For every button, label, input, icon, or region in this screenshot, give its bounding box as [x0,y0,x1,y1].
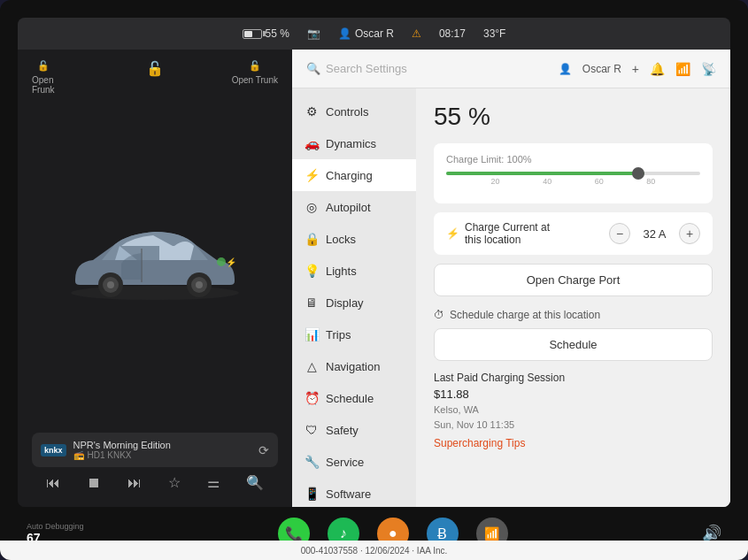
battery-percent: 55 % [266,27,289,40]
settings-body: ⚙ Controls 🚗 Dynamics ⚡ Charging ◎ [292,88,730,507]
status-bar: 55 % 📷 👤 Oscar R ⚠ 08:17 33°F [18,18,730,50]
svg-text:⚡: ⚡ [226,257,237,268]
battery-percent-display: 55 % [434,103,713,131]
last-session: Last Paid Charging Session $11.88 Kelso,… [434,372,713,449]
nav-navigation-label: Navigation [326,360,380,373]
search-placeholder: Search Settings [326,62,407,75]
bluetooth-icon[interactable]: 📶 [675,62,690,76]
current-text: Charge Current atthis location [465,221,550,246]
next-button[interactable]: ⏭ [127,475,142,491]
nav-schedule[interactable]: ⏰ Schedule [292,382,416,414]
music-title: NPR's Morning Edition [73,440,251,450]
header-user-icon: 👤 [559,63,572,75]
last-session-amount: $11.88 [434,387,713,401]
nav-schedule-label: Schedule [326,392,374,405]
nav-service[interactable]: 🔧 Service [292,446,416,478]
schedule-label: ⏱ Schedule charge at this location [434,309,713,321]
add-icon[interactable]: + [632,62,639,76]
charge-limit-section: Charge Limit: 100% 20406080 [434,143,713,203]
charging-icon: ⚡ [305,168,319,182]
favorite-button[interactable]: ☆ [168,474,181,491]
music-subtitle: 📻 HD1 KNKX [73,450,251,460]
current-icon: ⚡ [446,227,459,240]
stop-button[interactable]: ⏹ [87,475,101,491]
supercharging-tips-link[interactable]: Supercharging Tips [434,437,713,449]
nav-software[interactable]: 📱 Software [292,478,416,507]
schedule-icon: ⏰ [305,391,319,405]
music-info: knkx NPR's Morning Edition 📻 HD1 KNKX ⟳ [32,433,278,467]
nav-display-label: Display [326,296,364,310]
temperature: 33°F [483,27,505,40]
prev-button[interactable]: ⏮ [46,475,60,491]
open-charge-port-button[interactable]: Open Charge Port [434,264,713,296]
open-frunk-button[interactable]: 🔓 OpenFrunk [32,60,55,95]
nav-service-label: Service [326,456,364,469]
car-svg: ⚡ [49,204,261,319]
nav-display[interactable]: 🖥 Display [292,287,416,318]
settings-panel: 🔍 Search Settings 👤 Oscar R + 🔔 📶 📡 [292,50,730,507]
nav-dynamics[interactable]: 🚗 Dynamics [292,127,416,159]
signal-icon[interactable]: 📡 [701,62,716,76]
search-music-button[interactable]: 🔍 [246,474,264,491]
nav-controls-label: Controls [326,105,368,119]
schedule-clock-icon: ⏱ [434,309,444,321]
nav-autopilot[interactable]: ◎ Autopilot [292,191,416,223]
vehicle-image: ⚡ [18,102,292,422]
nav-lights-label: Lights [326,265,357,278]
music-more-icon[interactable]: ⟳ [258,443,269,457]
status-user: Oscar R [355,27,394,40]
settings-header: 🔍 Search Settings 👤 Oscar R + 🔔 📶 📡 [292,50,730,88]
nav-locks[interactable]: 🔒 Locks [292,223,416,255]
charge-current-control: − 32 A + [609,223,700,244]
station-badge: knkx [41,444,66,456]
search-icon: 🔍 [306,62,320,75]
last-session-date: Sun, Nov 10 11:35 [434,418,713,433]
alert-icon-status: ⚠ [412,27,421,40]
lights-icon: 💡 [305,264,319,278]
svg-point-6 [196,281,203,288]
bell-icon[interactable]: 🔔 [650,62,665,76]
controls-icon: ⚙ [305,104,319,119]
increase-current-button[interactable]: + [679,223,700,244]
nav-trips[interactable]: 📊 Trips [292,318,416,350]
last-session-location: Kelso, WA [434,403,713,418]
locks-icon: 🔒 [305,232,319,246]
nav-charging-label: Charging [326,169,373,182]
nav-autopilot-label: Autopilot [326,201,371,214]
nav-lights[interactable]: 💡 Lights [292,255,416,287]
navigation-icon: △ [305,359,319,373]
safety-icon: 🛡 [305,423,319,437]
slider-ticks: 20406080 [446,177,700,186]
display-icon: 🖥 [305,295,319,310]
dynamics-icon: 🚗 [305,136,319,150]
charge-limit-label: Charge Limit: 100% [446,154,700,165]
charge-current-row: ⚡ Charge Current atthis location − 32 A … [434,212,713,255]
nav-safety[interactable]: 🛡 Safety [292,414,416,446]
last-session-title: Last Paid Charging Session [434,372,713,384]
nav-navigation[interactable]: △ Navigation [292,350,416,382]
nav-controls[interactable]: ⚙ Controls [292,96,416,127]
schedule-section: ⏱ Schedule charge at this location Sched… [434,309,713,361]
open-trunk-button[interactable]: 🔓 Open Trunk [232,60,278,95]
station-name: HD1 KNKX [88,450,132,460]
nav-menu: ⚙ Controls 🚗 Dynamics ⚡ Charging ◎ [292,88,416,507]
vehicle-panel: 🔓 OpenFrunk 🔓 Open Trunk 🔓 [18,50,292,507]
software-icon: 📱 [305,487,319,501]
nav-trips-label: Trips [326,328,351,341]
decrease-current-button[interactable]: − [609,223,630,244]
charge-limit-slider[interactable]: 20406080 [446,172,700,186]
nav-locks-label: Locks [326,233,356,246]
equalizer-button[interactable]: ⚌ [207,474,220,491]
header-user: Oscar R [582,63,621,75]
trips-icon: 📊 [305,327,319,341]
vehicle-bottom: knkx NPR's Morning Edition 📻 HD1 KNKX ⟳ … [18,422,292,507]
lock-icon: 🔓 [146,60,164,77]
schedule-button[interactable]: Schedule [434,328,713,361]
charge-current-label: ⚡ Charge Current atthis location [446,221,550,246]
nav-charging[interactable]: ⚡ Charging [292,159,416,191]
service-icon: 🔧 [305,455,319,469]
user-status: 👤 Oscar R [338,27,394,40]
search-box[interactable]: 🔍 Search Settings [306,62,407,75]
battery-status: 55 % [243,27,289,40]
clock: 08:17 [439,27,466,40]
